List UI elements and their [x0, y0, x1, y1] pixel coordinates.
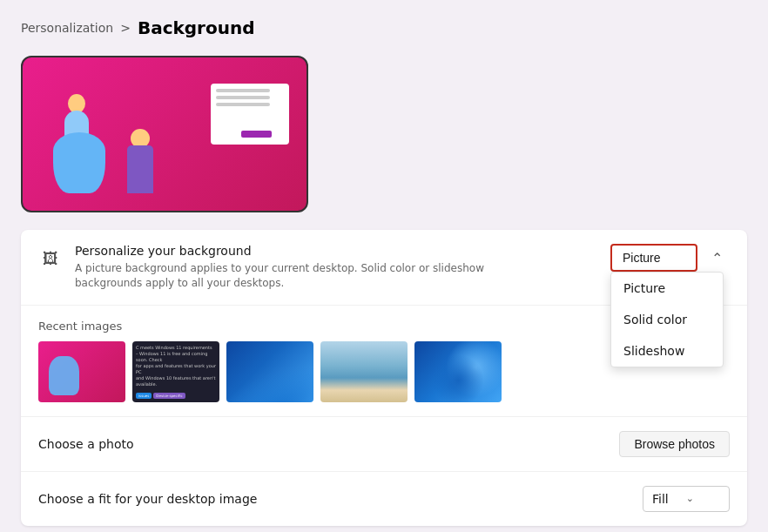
background-type-dropdown-container: Picture Picture Solid color Slideshow: [610, 244, 697, 272]
background-type-dropdown[interactable]: Picture: [610, 244, 697, 272]
choose-fit-label: Choose a fit for your desktop image: [38, 492, 257, 506]
breadcrumb-separator: >: [120, 21, 131, 35]
breadcrumb-parent[interactable]: Personalization: [21, 21, 113, 35]
section-title: Personalize your background: [75, 244, 510, 258]
breadcrumb: Personalization > Background: [21, 17, 747, 38]
badge-issues: issues: [136, 393, 152, 399]
personalize-row: 🖼 Personalize your background A picture …: [21, 230, 747, 306]
fit-dropdown[interactable]: Fill ⌄: [643, 486, 730, 512]
collapse-button[interactable]: ⌃: [704, 246, 730, 270]
choose-photo-row: Choose a photo Browse photos: [21, 417, 747, 472]
preview-scene: [23, 57, 307, 211]
choose-photo-label: Choose a photo: [38, 437, 134, 451]
badge-device: Device-specific: [153, 393, 185, 399]
character-main: [49, 98, 118, 193]
section-description: A picture background applies to your cur…: [75, 261, 510, 291]
option-solid-color[interactable]: Solid color: [611, 304, 723, 335]
thumb-ocean[interactable]: [320, 341, 408, 402]
choose-fit-row: Choose a fit for your desktop image Fill…: [21, 472, 747, 526]
preview-window-widget: [211, 84, 289, 145]
settings-card: 🖼 Personalize your background A picture …: [21, 230, 747, 526]
thumb-windows-update[interactable]: C meets Windows 11 requirements – Window…: [132, 341, 219, 402]
character-secondary: [118, 124, 162, 193]
option-slideshow[interactable]: Slideshow: [611, 335, 723, 367]
background-icon: 🖼: [38, 246, 63, 270]
thumb-win11[interactable]: [414, 341, 502, 402]
background-type-menu: Picture Solid color Slideshow: [610, 272, 724, 367]
thumb-cinderella[interactable]: [38, 341, 125, 402]
dropdown-selected-label: Picture: [623, 251, 661, 265]
browse-photos-button[interactable]: Browse photos: [619, 431, 730, 457]
fit-selected-label: Fill: [652, 492, 669, 506]
row-text: Personalize your background A picture ba…: [75, 244, 510, 291]
row-right: Picture Picture Solid color Slideshow ⌃: [610, 244, 730, 272]
thumb-blue-wave[interactable]: [226, 341, 313, 402]
row-left: 🖼 Personalize your background A picture …: [38, 244, 610, 291]
breadcrumb-current: Background: [138, 17, 255, 38]
win-update-text: C meets Windows 11 requirements – Window…: [136, 345, 216, 387]
option-picture[interactable]: Picture: [611, 273, 723, 304]
fit-chevron-icon: ⌄: [686, 493, 694, 504]
win-update-badges: issues Device-specific: [136, 393, 185, 399]
desktop-preview: [21, 56, 308, 212]
